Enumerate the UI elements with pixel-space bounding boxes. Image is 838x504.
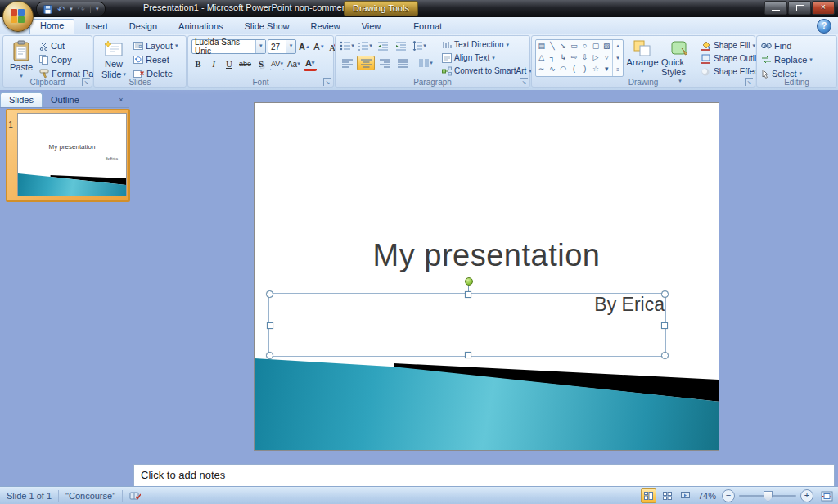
normal-view-icon[interactable]	[641, 488, 656, 503]
change-case-button[interactable]: Aa▾	[286, 58, 301, 70]
shape-block-arrow-right-icon[interactable]: ⇨	[571, 52, 578, 62]
character-spacing-button[interactable]: AV▾	[270, 57, 284, 70]
undo-dropdown-icon[interactable]: ▾	[70, 6, 73, 12]
handle-bottom-center[interactable]	[465, 352, 471, 358]
text-shadow-button[interactable]: S	[255, 58, 268, 70]
shape-arc-icon[interactable]: ◠	[560, 64, 566, 74]
shape-callout-icon[interactable]: ▷	[593, 52, 599, 62]
shape-triangle-icon[interactable]: △	[538, 52, 544, 62]
spellcheck-icon[interactable]	[129, 491, 141, 501]
shapes-scroll-up-icon[interactable]: ▲	[613, 40, 623, 52]
shape-arrow-icon[interactable]: ↘	[560, 41, 566, 51]
font-size-combo[interactable]: 27 ▾	[268, 39, 296, 54]
shape-frame-icon[interactable]: ▨	[603, 41, 610, 51]
font-color-button[interactable]: A▾	[304, 56, 317, 71]
shrink-font-button[interactable]: A▼	[313, 41, 326, 53]
tab-slide-show[interactable]: Slide Show	[234, 20, 300, 34]
replace-button[interactable]: Replace ▾	[761, 53, 813, 66]
handle-mid-right[interactable]	[661, 322, 668, 329]
tab-home[interactable]: Home	[29, 19, 74, 34]
align-text-button[interactable]: Align Text ▾	[442, 52, 532, 64]
shape-picture-icon[interactable]: ▤	[538, 41, 545, 51]
tab-format[interactable]: Format	[403, 20, 453, 34]
shape-line-icon[interactable]: ╲	[550, 41, 554, 51]
restore-button[interactable]	[788, 1, 811, 15]
subtitle-selection-box[interactable]	[268, 293, 666, 357]
tab-outline-pane[interactable]: Outline	[43, 93, 88, 107]
tab-design[interactable]: Design	[119, 20, 168, 34]
close-pane-icon[interactable]: ×	[116, 95, 126, 105]
underline-button[interactable]: U	[223, 58, 236, 70]
customize-qat-icon[interactable]: ▾	[96, 6, 99, 12]
shapes-gallery-scrollbar[interactable]: ▲ ▼ ≡	[612, 40, 623, 76]
shape-left-brace-icon[interactable]: (	[573, 64, 575, 74]
minimize-button[interactable]	[764, 1, 787, 15]
reset-button[interactable]: Reset	[133, 53, 178, 66]
numbering-icon[interactable]: ▾	[357, 39, 373, 52]
shape-scribble-icon[interactable]: ∼	[538, 64, 545, 74]
office-button[interactable]	[2, 1, 34, 32]
tab-animations[interactable]: Animations	[168, 20, 233, 34]
slide-sorter-view-icon[interactable]	[660, 489, 674, 502]
increase-indent-icon[interactable]	[393, 39, 409, 52]
strikethrough-button[interactable]: abe	[238, 58, 252, 70]
shape-elbow-arrow-icon[interactable]: ↳	[560, 52, 566, 62]
slide-editing-surface[interactable]: My presentation By Erica	[254, 102, 719, 451]
close-button[interactable]: ×	[812, 1, 835, 15]
font-dialog-launcher-icon[interactable]: ↘	[323, 78, 331, 86]
save-icon[interactable]	[43, 5, 52, 14]
paste-button[interactable]: Paste ▾	[7, 38, 36, 79]
undo-icon[interactable]: ↶	[57, 2, 65, 16]
shape-rounded-rect-icon[interactable]: ▢	[592, 41, 600, 51]
handle-mid-left[interactable]	[267, 322, 273, 329]
shape-elbow-icon[interactable]: ┐	[550, 52, 555, 62]
decrease-indent-icon[interactable]	[375, 39, 391, 52]
handle-top-left[interactable]	[266, 290, 273, 298]
shape-block-arrow-down-icon[interactable]: ⇩	[582, 52, 588, 62]
handle-top-center[interactable]	[465, 291, 471, 298]
bold-button[interactable]: B	[191, 58, 205, 70]
justify-icon[interactable]	[394, 56, 411, 70]
slide-title-text[interactable]: My presentation	[255, 238, 719, 273]
shape-rectangle-icon[interactable]: ▭	[570, 41, 578, 51]
zoom-slider-thumb[interactable]	[764, 491, 773, 502]
shape-more-row-icon[interactable]: ▿	[605, 52, 609, 62]
font-name-combo[interactable]: Lucida Sans Unic ▾	[191, 39, 266, 54]
arrange-button[interactable]: Arrange ▾	[625, 38, 660, 79]
tab-view[interactable]: View	[351, 20, 392, 34]
align-right-icon[interactable]	[376, 56, 393, 70]
handle-bottom-left[interactable]	[266, 352, 273, 359]
notes-pane[interactable]: Click to add notes	[133, 464, 835, 487]
align-center-icon[interactable]	[357, 56, 375, 70]
shape-more-icon[interactable]: ▾	[605, 64, 609, 74]
layout-button[interactable]: Layout ▾	[133, 39, 178, 52]
quick-styles-button[interactable]: Quick Styles ▾	[661, 38, 699, 79]
fit-to-window-icon[interactable]	[821, 491, 833, 502]
tab-slides-pane[interactable]: Slides	[0, 92, 43, 107]
convert-to-smartart-button[interactable]: Convert to SmartArt ▾	[442, 65, 532, 77]
rotate-handle[interactable]	[465, 277, 473, 286]
paragraph-dialog-launcher-icon[interactable]: ↘	[520, 78, 528, 86]
text-direction-button[interactable]: Text Direction ▾	[442, 38, 532, 51]
bullets-icon[interactable]: ▾	[339, 39, 355, 52]
shapes-scroll-down-icon[interactable]: ▼	[613, 52, 623, 65]
clipboard-dialog-launcher-icon[interactable]: ↘	[82, 78, 90, 86]
notes-placeholder[interactable]: Click to add notes	[141, 469, 225, 481]
new-slide-button[interactable]: New Slide ▾	[97, 38, 130, 79]
drawing-dialog-launcher-icon[interactable]: ↘	[745, 78, 753, 86]
shape-star-icon[interactable]: ☆	[592, 64, 599, 74]
align-left-icon[interactable]	[339, 56, 355, 70]
zoom-in-icon[interactable]: +	[800, 489, 813, 502]
tab-insert[interactable]: Insert	[74, 20, 119, 34]
line-spacing-icon[interactable]: ▾	[411, 39, 427, 52]
columns-icon[interactable]: ▾	[417, 56, 434, 70]
zoom-out-icon[interactable]: −	[722, 489, 735, 502]
handle-bottom-right[interactable]	[661, 352, 669, 359]
grow-font-button[interactable]: A▲	[298, 41, 311, 53]
zoom-slider[interactable]	[739, 495, 796, 497]
tab-review[interactable]: Review	[300, 20, 351, 34]
shape-right-brace-icon[interactable]: )	[583, 64, 586, 74]
shapes-more-icon[interactable]: ≡	[613, 64, 623, 76]
handle-top-right[interactable]	[661, 290, 669, 298]
slideshow-view-icon[interactable]	[678, 489, 692, 502]
